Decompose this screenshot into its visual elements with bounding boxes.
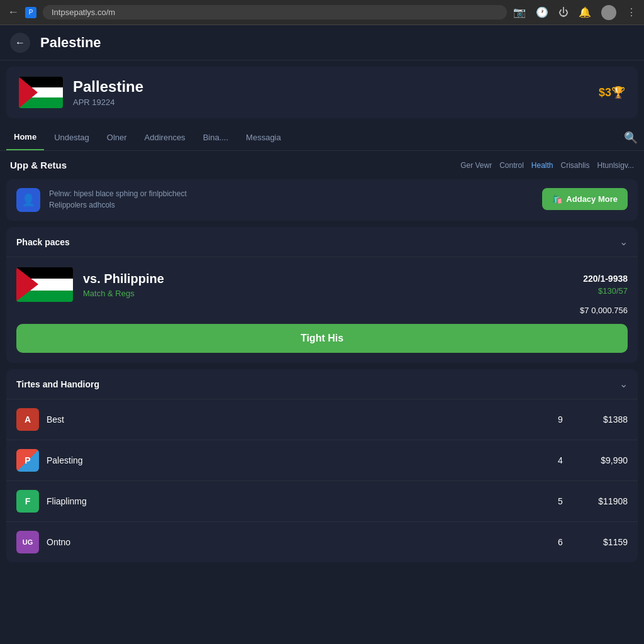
page-title: Palestine — [40, 35, 101, 51]
user-avatar[interactable] — [601, 5, 616, 20]
match-details: vs. Philippine Match & Regs — [83, 272, 573, 298]
upp-section-header: Upp & Retus Ger Vewr Control Health Cris… — [0, 151, 644, 179]
rank-value-ontno: $1159 — [577, 537, 628, 547]
rank-logo-fliaplinmg: F — [16, 490, 39, 513]
ranking-row-ontno: UG Ontno 6 $1159 — [6, 522, 638, 562]
rank-logo-palesting: P — [16, 449, 39, 472]
tab-addirences[interactable]: Addirences — [137, 125, 193, 150]
rank-num-palesting: 4 — [551, 455, 570, 465]
filter-health[interactable]: Health — [531, 161, 553, 170]
team-flag — [19, 77, 63, 108]
match-action-button[interactable]: Tight His — [16, 324, 628, 353]
more-options-icon[interactable]: ⋮ — [626, 6, 636, 18]
rank-logo-best: A — [16, 408, 39, 431]
rank-name-ontno: Ontno — [47, 537, 543, 547]
match-amount: $130/57 — [583, 286, 628, 296]
rank-num-fliaplinmg: 5 — [551, 496, 570, 506]
filter-htunlsigv[interactable]: Htunlsigv... — [597, 161, 634, 170]
info-card: 👤 Pelnw: hipesl blace sphing or finlpbic… — [6, 179, 638, 221]
match-score: 220/1-9938 — [583, 274, 628, 284]
match-reps-link[interactable]: Match & Regs — [83, 289, 573, 298]
notifications-icon[interactable]: 🔔 — [579, 6, 591, 18]
rankings-chevron-icon: ⌄ — [619, 378, 628, 390]
ranking-row-fliaplinmg: F Fliaplinmg 5 $11908 — [6, 481, 638, 522]
match-odds: 220/1-9938 $130/57 — [583, 274, 628, 296]
app-back-button[interactable]: ← — [10, 33, 30, 53]
ranking-row-palesting: P Palesting 4 $9,990 — [6, 440, 638, 481]
match-card: vs. Philippine Match & Regs 220/1-9938 $… — [6, 257, 638, 363]
team-price: $3🏆 — [599, 86, 625, 99]
browser-toolbar: 📷 🕐 ⏻ 🔔 ⋮ — [513, 5, 636, 20]
filter-pills: Ger Vewr Control Health Crisahlis Htunls… — [460, 161, 634, 170]
filter-control[interactable]: Control — [499, 161, 524, 170]
rank-value-best: $1388 — [577, 414, 628, 425]
rank-name-palesting: Palesting — [47, 455, 543, 465]
browser-bar: ← P Intpsepatlys.co/m 📷 🕐 ⏻ 🔔 ⋮ — [0, 0, 644, 25]
rank-logo-ontno: UG — [16, 531, 39, 553]
ranking-row-best: A Best 9 $1388 — [6, 399, 638, 440]
rank-value-fliaplinmg: $11908 — [577, 496, 628, 506]
rank-name-best: Best — [47, 414, 543, 425]
tab-messagia[interactable]: Messagia — [238, 125, 289, 150]
rank-value-palesting: $9,990 — [577, 455, 628, 465]
filter-crisahlis[interactable]: Crisahlis — [561, 161, 590, 170]
chevron-down-icon: ⌄ — [619, 236, 628, 248]
navigation-tabs: Home Undestag Olner Addirences Bina.... … — [0, 125, 644, 151]
match-top: vs. Philippine Match & Regs 220/1-9938 $… — [16, 267, 628, 302]
shopping-icon: 🛍️ — [552, 194, 562, 204]
browser-back-button[interactable]: ← — [8, 6, 19, 19]
rank-num-ontno: 6 — [551, 537, 570, 547]
team-banner: Pallestine APR 19224 $3🏆 — [6, 67, 638, 118]
user-icon: 👤 — [16, 188, 40, 212]
rankings-title: Tirtes and Handiorg — [16, 379, 99, 389]
match-total: $7 0,000.756 — [16, 302, 628, 316]
match-section-title: Phack paces — [16, 237, 70, 247]
rank-num-best: 9 — [551, 414, 570, 425]
app-header: ← Palestine — [0, 25, 644, 60]
browser-favicon: P — [25, 7, 36, 18]
match-vs-text: vs. Philippine — [83, 272, 573, 286]
tab-bina[interactable]: Bina.... — [196, 125, 236, 150]
browser-url-bar[interactable]: Intpsepatlys.co/m — [43, 5, 507, 19]
team-name: Pallestine — [73, 78, 589, 96]
match-section-header[interactable]: Phack paces ⌄ — [6, 227, 638, 257]
cast-icon[interactable]: 📷 — [513, 6, 526, 18]
match-flag — [16, 267, 73, 302]
team-date: APR 19224 — [73, 97, 589, 107]
tab-olner[interactable]: Olner — [99, 125, 135, 150]
rankings-header[interactable]: Tirtes and Handiorg ⌄ — [6, 369, 638, 399]
match-section: Phack paces ⌄ vs. Philippine Match & Reg… — [6, 227, 638, 363]
power-icon[interactable]: ⏻ — [558, 7, 569, 18]
rank-name-fliaplinmg: Fliaplinmg — [47, 496, 543, 506]
team-info: Pallestine APR 19224 — [73, 78, 589, 107]
search-icon[interactable]: 🔍 — [624, 131, 638, 145]
rankings-section: Tirtes and Handiorg ⌄ A Best 9 $1388 P P… — [6, 369, 638, 562]
tab-home[interactable]: Home — [6, 125, 44, 150]
add-more-button[interactable]: 🛍️ Addacy More — [542, 188, 628, 210]
upp-section-title: Upp & Retus — [10, 160, 67, 170]
history-icon[interactable]: 🕐 — [536, 6, 548, 18]
tab-undestag[interactable]: Undestag — [47, 125, 97, 150]
filter-ger-vewr[interactable]: Ger Vewr — [460, 161, 492, 170]
info-text: Pelnw: hipesl blace sphing or finlpbiche… — [49, 188, 533, 211]
